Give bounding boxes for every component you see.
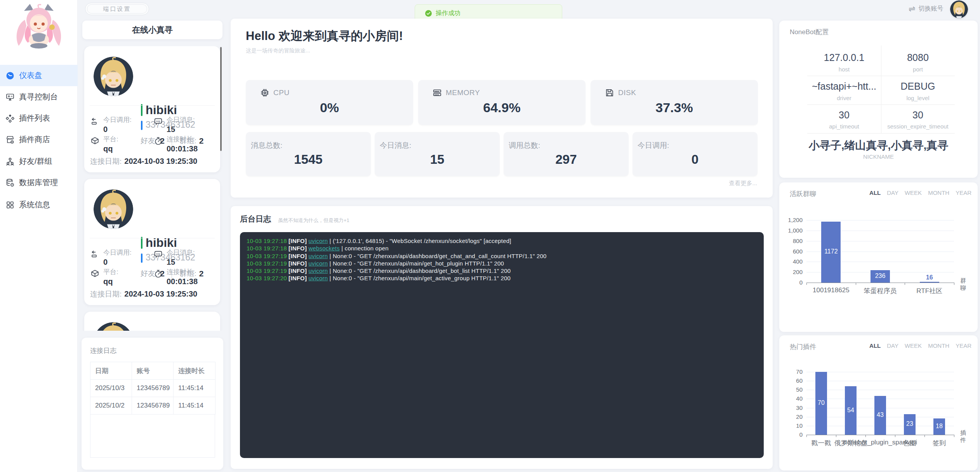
connect-duration-stat: 连接时长:00:01:38 [153,135,198,153]
config-nickname-value: 小寻子,绪山真寻,小真寻,真寻 [790,138,967,153]
port-settings-button[interactable]: 端口设置 [85,3,149,15]
sidebar-item-friends-groups[interactable]: 好友/群组 [0,151,78,172]
table-empty-area [90,414,215,458]
y-axis-tick-label: 1,200 [781,217,803,223]
tab-year[interactable]: YEAR [956,189,971,196]
tab-week[interactable]: WEEK [905,189,922,196]
bot-card[interactable]: hibiki [84,312,220,331]
active-groups-chart: 群聊 02004006008001,0001,20011721001918625… [806,220,954,283]
bot-list-scrollbar[interactable] [220,47,222,151]
connect-log-title: 连接日志 [90,346,116,355]
table-row: 2025/10/2 123456789 11:45:14 [90,397,215,415]
y-axis-tick-label: 800 [781,238,803,244]
bar-value-label: 43 [877,411,884,418]
sidebar-item-system-info[interactable]: 系统信息 [0,194,78,215]
total-messages-value: 1545 [246,152,371,167]
gridline [806,390,954,390]
y-axis-tick-label: 600 [781,248,803,255]
tab-all[interactable]: ALL [869,189,881,196]
bot-card[interactable]: hibiki 3373463162 好友:2 │ 群组:2 今日调用:0 今日消… [84,46,220,172]
log-line: 10-03 19:27:19 [INFO] uvicorn | None:0 -… [247,260,760,267]
col-header-duration: 连接时长 [174,362,215,380]
y-axis-tick-label: 50 [781,386,803,393]
sidebar-item-plugin-list[interactable]: 插件列表 [0,108,78,129]
system-info-icon [5,200,15,210]
tab-year[interactable]: YEAR [956,342,971,349]
toast-message: 操作成功 [436,9,460,17]
online-bots-list: hibiki 3373463162 好友:2 │ 群组:2 今日调用:0 今日消… [82,46,224,331]
today-calls-stat: 今日调用:0 [90,115,132,134]
tab-day[interactable]: DAY [887,189,898,196]
bar-value-label: 16 [926,274,933,281]
user-avatar[interactable] [950,0,968,18]
tab-all[interactable]: ALL [869,342,881,349]
x-axis-line [806,283,954,283]
timer-icon [153,269,163,279]
return-icon [90,117,100,127]
today-calls-stat: 今日调用:0 [90,248,132,267]
memory-icon [432,88,442,98]
table-row: 2025/10/3 123456789 11:45:14 [90,380,215,397]
axis-tick [924,435,925,437]
sidebar-item-dashboard[interactable]: 仪表盘 [0,65,78,86]
config-nickname-label: NICKNAME [790,153,967,160]
config-sessiontimeout-label: session_expire_timeout [881,123,955,130]
view-more-link[interactable]: 查看更多... [729,180,757,187]
sidebar-item-database[interactable]: 数据库管理 [0,172,78,193]
sidebar-item-label: 系统信息 [19,200,50,210]
friends-groups-icon [5,157,15,166]
x-axis-category-label: RTF社区 [916,286,942,295]
sidebar-item-label: 真寻控制台 [19,92,58,102]
axis-tick [836,435,836,437]
axis-tick [954,435,954,437]
config-host-value: 127.0.0.1 [807,52,881,63]
sidebar-item-console[interactable]: 真寻控制台 [0,86,78,108]
cpu-card: CPU 0% [246,80,413,125]
y-axis-tick-label: 20 [781,413,803,420]
time-range-tabs: ALL DAY WEEK MONTH YEAR [869,189,971,196]
connect-date-row: 连接日期:2024-10-03 19:25:30 [90,156,197,167]
hot-plugins-chart: 插件 01020304050607070戳一戳54俄罗斯轮盘43nonebot_… [806,372,954,435]
bar-value-label: 18 [936,423,943,430]
log-line: 10-03 19:27:18 [INFO] websockets | conne… [247,245,760,252]
port-settings-label: 端口设置 [87,4,147,14]
divider [807,133,955,134]
bar-value-label: 236 [875,272,886,279]
sidebar-item-label: 插件列表 [19,113,50,123]
disk-value: 37.3% [591,100,758,115]
col-header-date: 日期 [90,362,132,380]
connect-date-row: 连接日期:2024-10-03 19:25:30 [90,289,197,299]
y-axis-tick-label: 60 [781,377,803,384]
memory-value: 64.9% [418,100,586,115]
bot-card[interactable]: hibiki 3373463162 好友:2 │ 群组:2 今日调用:0 今日消… [84,179,220,305]
bar-value-label: 70 [818,399,825,406]
bar-value-label: 1172 [824,248,838,255]
success-check-icon [425,10,432,17]
database-icon [5,178,15,187]
return-icon [90,250,100,259]
platform-icon [90,269,100,279]
x-axis-category-label: 1001918625 [813,286,850,294]
connect-duration-stat: 连接时长:00:01:38 [153,267,198,286]
bar-value-label: 23 [906,420,913,427]
tab-month[interactable]: MONTH [928,342,949,349]
config-host-label: host [807,66,881,73]
axis-tick [865,435,866,437]
switch-account-button[interactable]: ⇌ 切换账号 [909,5,944,13]
tab-week[interactable]: WEEK [905,342,922,349]
sidebar-item-plugin-store[interactable]: 插件商店 [0,129,78,150]
welcome-panel: Hello 欢迎来到真寻的小房间! 这是一场传奇的冒险旅途... CPU 0% … [231,19,773,198]
y-axis-tick-label: 0 [781,279,803,286]
col-header-account: 账号 [132,362,174,380]
total-calls-card: 调用总数: 297 [504,132,629,176]
bot-avatar [94,189,133,229]
axis-tick [895,435,895,437]
tab-day[interactable]: DAY [887,342,898,349]
plugin-store-icon [5,135,15,144]
log-line: 10-03 19:27:19 [INFO] uvicorn | None:0 -… [247,252,760,260]
today-messages-stat: 今日消息:15 [153,248,195,267]
divider [881,45,881,133]
x-axis-line [806,435,954,435]
tab-month[interactable]: MONTH [928,189,949,196]
backend-log-panel: 后台日志 虽然不知道为什么，但是视力+1 10-03 19:27:18 [INF… [231,206,773,469]
